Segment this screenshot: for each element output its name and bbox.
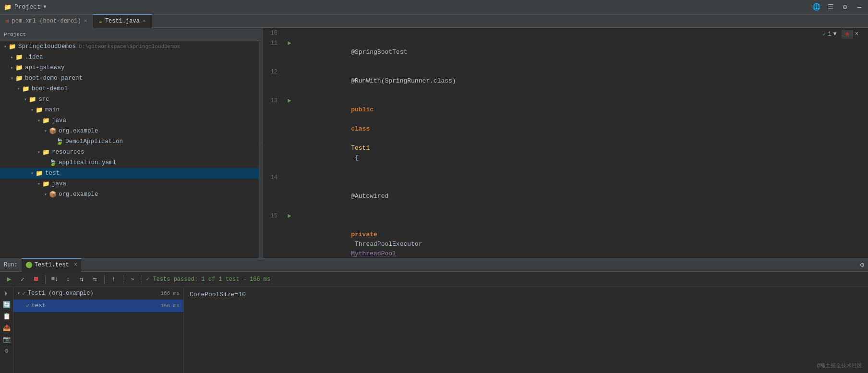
line-code-10	[297, 28, 868, 38]
sort-button-2[interactable]: ↕	[63, 274, 73, 285]
play-button[interactable]: ▶	[4, 274, 14, 285]
tree-item-springcloud[interactable]: ▾ 📁 SpringcloudDemos D:\gitworkspace\Spr…	[0, 41, 259, 52]
settings-icon[interactable]: ⚙	[840, 2, 850, 12]
arrow-idea: ▸	[9, 54, 15, 60]
run-gutter-11[interactable]: ▶	[288, 40, 291, 47]
line-num-10: 10	[263, 28, 282, 38]
line-gutter-11: ▶	[282, 38, 297, 67]
arrow-main: ▾	[29, 107, 36, 113]
tree-item-test[interactable]: ▾ 📁 test	[0, 168, 259, 179]
filter-button-2[interactable]: ⇆	[90, 274, 100, 285]
sidebar-title: Project	[4, 32, 26, 37]
line-code-13[interactable]: public class Test1 {	[297, 96, 868, 172]
folder-icon-springcloud: 📁	[9, 43, 16, 50]
folder-icon-main: 📁	[36, 106, 43, 114]
run-tab-label: Test1.test	[35, 262, 69, 268]
bottom-toolbar: ▶ ✓ ⏹ ≡↓ ↕ ⇅ ⇆ ↑ » ✓ Tests passed: 1 of …	[0, 272, 868, 287]
maven-close[interactable]: ×	[855, 31, 858, 37]
dropdown-arrow[interactable]: ▼	[44, 4, 47, 10]
filter-button-1[interactable]: ⇅	[76, 274, 87, 285]
folder-icon-bootparent: 📁	[15, 74, 23, 82]
code-span: class	[351, 125, 370, 132]
test-method-label: test	[32, 302, 46, 309]
tree-item-bootparent[interactable]: ▾ 📁 boot-demo-parent	[0, 73, 259, 84]
expand-arrow: ▾	[17, 290, 20, 296]
tree-item-testorgexample[interactable]: ▾ 📦 org.example	[0, 189, 259, 200]
right-arrow-button[interactable]: »	[127, 274, 138, 285]
side-icon-1[interactable]: ⏵	[3, 290, 10, 297]
label-orgexample: org.example	[59, 128, 98, 134]
side-icon-2[interactable]: 🔄	[3, 301, 11, 309]
tree-item-bootdemo1[interactable]: ▾ 📁 boot-demo1	[0, 84, 259, 94]
side-icon-5[interactable]: 📷	[3, 336, 11, 343]
bottom-panel: Run: 🟢 Test1.test × ⚙ ▶ ✓ ⏹ ≡↓ ↕ ⇅ ⇆ ↑ »…	[0, 258, 868, 373]
code-span: MythreadPool	[351, 250, 396, 257]
tab-test1[interactable]: ☕ Test1.java ×	[93, 14, 152, 28]
up-arrow-button[interactable]: ↑	[108, 274, 119, 285]
bottom-panel-header: Run: 🟢 Test1.test × ⚙	[0, 258, 868, 272]
gear-icon[interactable]: ⚙	[860, 261, 864, 269]
code-line-11: 11 ▶ @SpringBootTest	[263, 38, 868, 67]
tree-item-java[interactable]: ▾ 📁 java	[0, 115, 259, 126]
side-icon-4[interactable]: 📤	[3, 324, 11, 332]
yaml-icon-appyaml: 🍃	[49, 159, 57, 167]
stop-button[interactable]: ⏹	[31, 274, 41, 285]
path-springcloud: D:\gitworkspace\SpringcloudDemos	[79, 44, 180, 49]
pom-tab-label: pom.xml (boot-demo1)	[12, 18, 81, 24]
minimize-icon[interactable]: —	[855, 2, 864, 12]
run-gutter-13[interactable]: ▶	[288, 97, 291, 104]
label-test: test	[45, 170, 60, 177]
tabs-bar: m pom.xml (boot-demo1) × ☕ Test1.java ×	[0, 14, 868, 28]
tree-item-testjava[interactable]: ▾ 📁 java	[0, 179, 259, 189]
arrow-bootdemo1: ▾	[15, 86, 22, 92]
side-icon-6[interactable]: ⚙	[5, 347, 9, 355]
bottom-content: ⏵ 🔄 📋 📤 📷 ⚙ ▾ ✓ Test1 (org.example) 166 …	[0, 287, 868, 373]
test-item-test-method[interactable]: ✓ test 166 ms	[13, 300, 183, 312]
tree-item-idea[interactable]: ▸ 📁 .idea	[0, 52, 259, 62]
test1-tab-close[interactable]: ×	[143, 18, 146, 24]
code-span: {	[351, 154, 359, 161]
folder-icon-src: 📁	[29, 96, 36, 103]
run-tab-close[interactable]: ×	[74, 262, 77, 268]
label-bootdemo1: boot-demo1	[32, 85, 68, 92]
check-button[interactable]: ✓	[17, 274, 28, 285]
run-tab-test1[interactable]: 🟢 Test1.test ×	[22, 258, 81, 272]
tree-item-gateway[interactable]: ▸ 📁 api-gateway	[0, 62, 259, 73]
line-code-15[interactable]: private ThreadPoolExecutor MythreadPool …	[297, 211, 868, 258]
test-check-method: ✓	[26, 302, 30, 310]
output-panel: CorePoolSize=10	[184, 287, 868, 373]
arrow-java: ▾	[36, 118, 42, 123]
tree-item-main[interactable]: ▾ 📁 main	[0, 105, 259, 115]
line-code-11[interactable]: @SpringBootTest	[297, 38, 868, 67]
side-icon-3[interactable]: 📋	[3, 313, 11, 320]
test-item-test1group[interactable]: ▾ ✓ Test1 (org.example) 166 ms	[13, 287, 183, 300]
tree-item-demo1app[interactable]: ▸ 🍃 Demo1Application	[0, 136, 259, 147]
list-icon[interactable]: ☰	[826, 2, 835, 12]
line-gutter-15: ▶	[282, 211, 297, 258]
tree-item-src[interactable]: ▾ 📁 src	[0, 94, 259, 105]
line-code-12[interactable]: @RunWith(SpringRunner.class)	[297, 67, 868, 96]
tab-pom[interactable]: m pom.xml (boot-demo1) ×	[0, 14, 93, 28]
sidebar: Project ▾ 📁 SpringcloudDemos D:\gitworks…	[0, 28, 259, 258]
sidebar-divider[interactable]: ⋮	[259, 28, 263, 258]
label-idea: .idea	[25, 54, 43, 60]
tree-item-orgexample[interactable]: ▾ 📦 org.example	[0, 126, 259, 136]
code-container[interactable]: ✓ 1 ▼ m × 10 11	[263, 28, 868, 258]
pom-tab-close[interactable]: ×	[84, 18, 87, 24]
label-testjava: java	[52, 180, 66, 187]
test1-tab-icon: ☕	[99, 18, 102, 24]
folder-icon-testjava: 📁	[42, 180, 50, 188]
line-code-14[interactable]: @Autowired	[297, 172, 868, 211]
label-resources: resources	[52, 149, 84, 156]
tree-item-appyaml[interactable]: ▸ 🍃 application.yaml	[0, 157, 259, 168]
sort-button-1[interactable]: ≡↓	[49, 274, 60, 285]
title-bar-left: 📁 Project ▼	[4, 3, 47, 11]
output-text: CorePoolSize=10	[190, 291, 246, 298]
pom-tab-icon: m	[6, 18, 9, 24]
tree-item-resources[interactable]: ▾ 📁 resources	[0, 147, 259, 157]
editor-area: ✓ 1 ▼ m × 10 11	[263, 28, 868, 258]
arrow-resources: ▾	[36, 149, 42, 155]
project-label[interactable]: Project	[14, 3, 41, 11]
run-gutter-15[interactable]: ▶	[288, 213, 291, 219]
globe-icon[interactable]: 🌐	[811, 2, 821, 12]
